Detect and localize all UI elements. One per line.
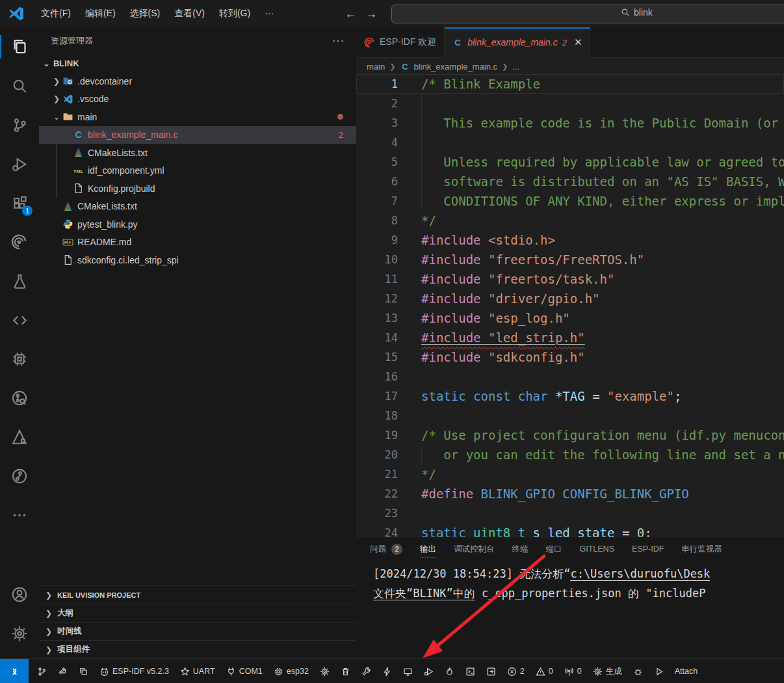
breadcrumb[interactable]: main❯Cblink_example_main.c❯... (356, 58, 784, 75)
code-line-2[interactable]: 2 (356, 94, 784, 113)
menu-item-1[interactable]: 编辑(E) (78, 5, 123, 22)
status-item-chip-sm[interactable]: esp32 (274, 667, 309, 676)
output-link[interactable]: c:\Users\duruofu\Desk (570, 567, 710, 581)
activity-item-account[interactable] (0, 575, 39, 614)
code-line-13[interactable]: 13#include "esp_log.h" (356, 308, 784, 328)
activity-item-testing[interactable] (0, 261, 39, 301)
status-item-antenna[interactable]: 0 (564, 667, 582, 676)
activity-item-more[interactable] (0, 496, 39, 535)
panel-tab-3[interactable]: 终端 (512, 537, 529, 561)
code-line-15[interactable]: 15#include "sdkconfig.h" (356, 347, 784, 367)
status-item-star[interactable]: UART (180, 667, 215, 676)
status-item-wrench[interactable] (361, 667, 371, 676)
menu-item-4[interactable]: 转到(G) (212, 5, 257, 22)
sidebar-section-1[interactable]: ❯大纲 (39, 604, 356, 622)
panel-tab-0[interactable]: 问题2 (370, 537, 402, 561)
status-item-gear-sm[interactable] (320, 667, 330, 676)
code-line-16[interactable]: 16 (356, 367, 784, 386)
status-item-branch[interactable] (37, 667, 47, 676)
breadcrumb-item-1[interactable]: Cblink_example_main.c (400, 61, 497, 72)
status-item-error[interactable]: 2 (507, 667, 525, 676)
activity-item-explorer[interactable] (0, 27, 39, 66)
menu-item-0[interactable]: 文件(F) (34, 5, 78, 22)
status-item-rocket[interactable] (58, 667, 68, 676)
panel-tab-5[interactable]: GITLENS (580, 537, 615, 561)
tree-item-blink_example_main.c[interactable]: Cblink_example_main.c2 (39, 126, 356, 144)
status-item-debug[interactable] (424, 667, 434, 676)
code-line-22[interactable]: 22#define BLINK_GPIO CONFIG_BLINK_GPIO (356, 484, 784, 503)
command-search-box[interactable]: blink (391, 5, 784, 23)
activity-item-run-debug[interactable] (0, 144, 39, 183)
tree-item-Kconfig.projbuild[interactable]: Kconfig.projbuild (39, 180, 356, 198)
activity-item-settings[interactable] (0, 614, 39, 653)
sidebar-section-2[interactable]: ❯时间线 (39, 622, 356, 640)
tree-item-CMakeLists.txt[interactable]: CMakeLists.txt (39, 144, 356, 162)
status-item-trash[interactable] (341, 667, 350, 676)
code-line-4[interactable]: 4 (356, 133, 784, 152)
activity-item-source-control[interactable] (0, 105, 39, 144)
code-line-19[interactable]: 19/* Use project configuration menu (idf… (356, 425, 784, 445)
activity-item-chip[interactable] (0, 340, 39, 379)
status-item-label-22[interactable]: Attach (675, 667, 698, 676)
status-item-gear-sm[interactable]: 生成 (593, 666, 622, 677)
sidebar-more-actions-button[interactable]: ··· (332, 35, 345, 47)
panel-tab-6[interactable]: ESP-IDF (632, 537, 664, 561)
code-line-21[interactable]: 21*/ (356, 464, 784, 484)
breadcrumb-item-2[interactable]: ... (512, 62, 519, 72)
panel-tab-1[interactable]: 输出 (420, 537, 436, 561)
status-item-monitor[interactable] (403, 667, 413, 676)
tree-item-idf_component.yml[interactable]: YMLidf_component.yml (39, 162, 356, 180)
breadcrumb-item-0[interactable]: main (367, 62, 385, 72)
editor-tab-1[interactable]: Cblink_example_main.c2✕ (445, 27, 590, 58)
activity-item-gitlens[interactable] (0, 457, 39, 496)
menu-item-2[interactable]: 选择(S) (123, 5, 168, 22)
back-arrow-button[interactable]: ← (345, 7, 356, 21)
activity-item-cmake[interactable] (0, 418, 39, 457)
panel-tab-7[interactable]: 串行监视器 (681, 537, 722, 561)
status-item-copy[interactable] (79, 667, 88, 676)
code-line-11[interactable]: 11#include "freertos/task.h" (356, 269, 784, 289)
code-line-6[interactable]: 6 software is distributed on an "AS IS" … (356, 172, 784, 191)
code-line-1[interactable]: 1/* Blink Example (356, 74, 784, 94)
activity-item-extensions[interactable]: 1 (0, 183, 39, 222)
code-line-12[interactable]: 12#include "driver/gpio.h" (356, 289, 784, 308)
activity-item-espressif[interactable] (0, 222, 39, 261)
activity-item-code[interactable] (0, 301, 39, 340)
tree-item-README.md[interactable]: README.md (39, 234, 356, 252)
panel-tab-4[interactable]: 端口 (546, 537, 562, 561)
code-line-9[interactable]: 9#include <stdio.h> (356, 230, 784, 250)
code-line-18[interactable]: 18 (356, 406, 784, 425)
status-item-flame[interactable] (445, 667, 454, 676)
editor-tab-0[interactable]: ESP-IDF 欢迎 (356, 27, 445, 57)
menu-item-3[interactable]: 查看(V) (167, 5, 212, 22)
status-item-warning[interactable]: 0 (536, 667, 553, 676)
menu-item-5[interactable]: ··· (257, 5, 281, 22)
status-item-bolt[interactable] (382, 667, 392, 676)
panel-tab-2[interactable]: 调试控制台 (454, 537, 495, 561)
sidebar-section-0[interactable]: ❯KEIL UVISION PROJECT (39, 585, 356, 604)
tree-item-CMakeLists.txt[interactable]: CMakeLists.txt (39, 198, 356, 216)
status-item-play[interactable] (654, 667, 664, 676)
code-line-8[interactable]: 8*/ (356, 211, 784, 230)
sidebar-section-3[interactable]: ❯项目组件 (39, 640, 356, 658)
code-line-20[interactable]: 20 or you can edit the following line an… (356, 445, 784, 464)
activity-item-search[interactable] (0, 66, 39, 105)
tree-item-.devcontainer[interactable]: ❯.devcontainer (39, 72, 356, 90)
workspace-section-header[interactable]: ⌄ BLINK (39, 55, 356, 72)
status-item-export[interactable] (486, 667, 496, 676)
close-icon[interactable]: ✕ (574, 36, 582, 48)
code-line-14[interactable]: 14#include "led_strip.h" (356, 328, 784, 347)
code-line-3[interactable]: 3 This example code is in the Public Dom… (356, 113, 784, 133)
status-item-terminal[interactable] (465, 667, 475, 676)
remote-indicator-button[interactable] (0, 659, 29, 683)
code-line-5[interactable]: 5 Unless required by applicable law or a… (356, 152, 784, 172)
output-link[interactable]: 文件夹“BLINK”中的 (373, 587, 475, 600)
activity-item-git-search[interactable] (0, 379, 39, 418)
tree-item-sdkconfig.ci.led_strip_spi[interactable]: sdkconfig.ci.led_strip_spi (39, 251, 356, 269)
tree-item-pytest_blink.py[interactable]: pytest_blink.py (39, 215, 356, 234)
output-log[interactable]: [2024/12/30 18:54:23] 无法分析“c:\Users\duru… (356, 561, 784, 603)
forward-arrow-button[interactable]: → (365, 7, 377, 21)
status-item-bug[interactable] (633, 667, 643, 676)
tree-item-main[interactable]: ⌄main (39, 108, 356, 126)
tree-item-.vscode[interactable]: ❯.vscode (39, 90, 356, 109)
